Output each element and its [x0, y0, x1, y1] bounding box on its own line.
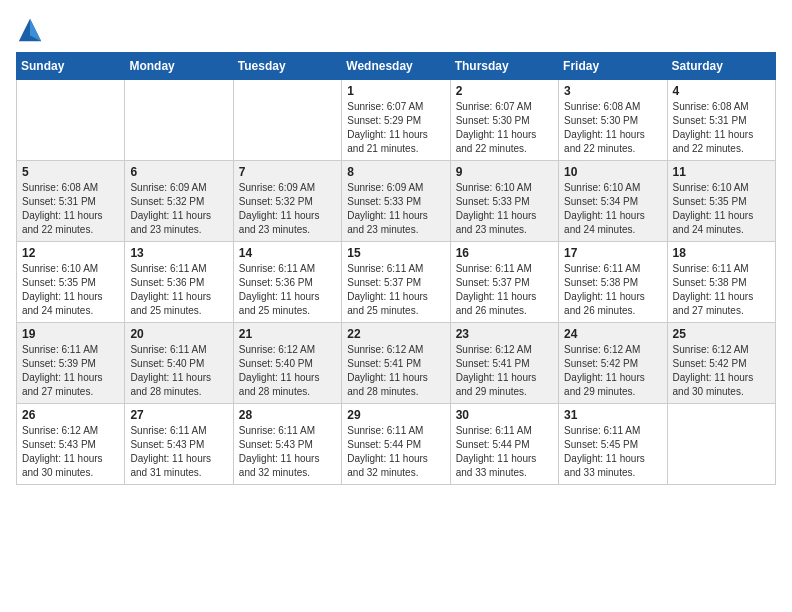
calendar-cell: 21 Sunrise: 6:12 AMSunset: 5:40 PMDaylig…	[233, 323, 341, 404]
day-number: 21	[239, 327, 336, 341]
cell-text: Sunrise: 6:08 AMSunset: 5:30 PMDaylight:…	[564, 101, 645, 154]
calendar-cell	[233, 80, 341, 161]
day-number: 17	[564, 246, 661, 260]
day-number: 28	[239, 408, 336, 422]
cell-text: Sunrise: 6:12 AMSunset: 5:43 PMDaylight:…	[22, 425, 103, 478]
cell-text: Sunrise: 6:12 AMSunset: 5:42 PMDaylight:…	[673, 344, 754, 397]
day-number: 31	[564, 408, 661, 422]
calendar-cell: 16 Sunrise: 6:11 AMSunset: 5:37 PMDaylig…	[450, 242, 558, 323]
calendar-cell: 25 Sunrise: 6:12 AMSunset: 5:42 PMDaylig…	[667, 323, 775, 404]
day-number: 20	[130, 327, 227, 341]
day-number: 14	[239, 246, 336, 260]
cell-text: Sunrise: 6:12 AMSunset: 5:41 PMDaylight:…	[347, 344, 428, 397]
calendar-cell: 26 Sunrise: 6:12 AMSunset: 5:43 PMDaylig…	[17, 404, 125, 485]
cell-text: Sunrise: 6:11 AMSunset: 5:36 PMDaylight:…	[130, 263, 211, 316]
cell-text: Sunrise: 6:12 AMSunset: 5:40 PMDaylight:…	[239, 344, 320, 397]
day-number: 13	[130, 246, 227, 260]
cell-text: Sunrise: 6:08 AMSunset: 5:31 PMDaylight:…	[673, 101, 754, 154]
calendar-cell	[667, 404, 775, 485]
day-number: 7	[239, 165, 336, 179]
calendar-cell: 17 Sunrise: 6:11 AMSunset: 5:38 PMDaylig…	[559, 242, 667, 323]
calendar-cell: 18 Sunrise: 6:11 AMSunset: 5:38 PMDaylig…	[667, 242, 775, 323]
day-number: 16	[456, 246, 553, 260]
day-number: 23	[456, 327, 553, 341]
calendar-cell: 6 Sunrise: 6:09 AMSunset: 5:32 PMDayligh…	[125, 161, 233, 242]
day-number: 18	[673, 246, 770, 260]
calendar-week-row: 1 Sunrise: 6:07 AMSunset: 5:29 PMDayligh…	[17, 80, 776, 161]
cell-text: Sunrise: 6:10 AMSunset: 5:35 PMDaylight:…	[22, 263, 103, 316]
day-header-monday: Monday	[125, 53, 233, 80]
calendar-cell: 29 Sunrise: 6:11 AMSunset: 5:44 PMDaylig…	[342, 404, 450, 485]
day-number: 12	[22, 246, 119, 260]
cell-text: Sunrise: 6:11 AMSunset: 5:44 PMDaylight:…	[347, 425, 428, 478]
calendar-cell: 13 Sunrise: 6:11 AMSunset: 5:36 PMDaylig…	[125, 242, 233, 323]
calendar-cell: 20 Sunrise: 6:11 AMSunset: 5:40 PMDaylig…	[125, 323, 233, 404]
day-number: 19	[22, 327, 119, 341]
calendar-cell: 12 Sunrise: 6:10 AMSunset: 5:35 PMDaylig…	[17, 242, 125, 323]
calendar-week-row: 12 Sunrise: 6:10 AMSunset: 5:35 PMDaylig…	[17, 242, 776, 323]
cell-text: Sunrise: 6:12 AMSunset: 5:41 PMDaylight:…	[456, 344, 537, 397]
calendar-cell: 2 Sunrise: 6:07 AMSunset: 5:30 PMDayligh…	[450, 80, 558, 161]
calendar-cell: 24 Sunrise: 6:12 AMSunset: 5:42 PMDaylig…	[559, 323, 667, 404]
day-number: 5	[22, 165, 119, 179]
cell-text: Sunrise: 6:11 AMSunset: 5:37 PMDaylight:…	[456, 263, 537, 316]
day-number: 1	[347, 84, 444, 98]
calendar-cell: 11 Sunrise: 6:10 AMSunset: 5:35 PMDaylig…	[667, 161, 775, 242]
calendar: SundayMondayTuesdayWednesdayThursdayFrid…	[16, 52, 776, 485]
calendar-cell: 31 Sunrise: 6:11 AMSunset: 5:45 PMDaylig…	[559, 404, 667, 485]
calendar-week-row: 26 Sunrise: 6:12 AMSunset: 5:43 PMDaylig…	[17, 404, 776, 485]
day-header-tuesday: Tuesday	[233, 53, 341, 80]
calendar-cell	[125, 80, 233, 161]
cell-text: Sunrise: 6:10 AMSunset: 5:35 PMDaylight:…	[673, 182, 754, 235]
calendar-week-row: 19 Sunrise: 6:11 AMSunset: 5:39 PMDaylig…	[17, 323, 776, 404]
day-number: 4	[673, 84, 770, 98]
cell-text: Sunrise: 6:11 AMSunset: 5:39 PMDaylight:…	[22, 344, 103, 397]
calendar-cell: 30 Sunrise: 6:11 AMSunset: 5:44 PMDaylig…	[450, 404, 558, 485]
cell-text: Sunrise: 6:09 AMSunset: 5:33 PMDaylight:…	[347, 182, 428, 235]
calendar-cell: 9 Sunrise: 6:10 AMSunset: 5:33 PMDayligh…	[450, 161, 558, 242]
calendar-week-row: 5 Sunrise: 6:08 AMSunset: 5:31 PMDayligh…	[17, 161, 776, 242]
calendar-cell: 15 Sunrise: 6:11 AMSunset: 5:37 PMDaylig…	[342, 242, 450, 323]
calendar-cell: 8 Sunrise: 6:09 AMSunset: 5:33 PMDayligh…	[342, 161, 450, 242]
cell-text: Sunrise: 6:11 AMSunset: 5:38 PMDaylight:…	[564, 263, 645, 316]
day-number: 26	[22, 408, 119, 422]
cell-text: Sunrise: 6:08 AMSunset: 5:31 PMDaylight:…	[22, 182, 103, 235]
day-header-friday: Friday	[559, 53, 667, 80]
calendar-cell: 14 Sunrise: 6:11 AMSunset: 5:36 PMDaylig…	[233, 242, 341, 323]
header	[16, 16, 776, 44]
cell-text: Sunrise: 6:11 AMSunset: 5:40 PMDaylight:…	[130, 344, 211, 397]
calendar-cell: 7 Sunrise: 6:09 AMSunset: 5:32 PMDayligh…	[233, 161, 341, 242]
calendar-cell: 3 Sunrise: 6:08 AMSunset: 5:30 PMDayligh…	[559, 80, 667, 161]
calendar-header-row: SundayMondayTuesdayWednesdayThursdayFrid…	[17, 53, 776, 80]
cell-text: Sunrise: 6:10 AMSunset: 5:33 PMDaylight:…	[456, 182, 537, 235]
cell-text: Sunrise: 6:11 AMSunset: 5:43 PMDaylight:…	[239, 425, 320, 478]
calendar-cell	[17, 80, 125, 161]
day-number: 22	[347, 327, 444, 341]
day-number: 10	[564, 165, 661, 179]
calendar-cell: 5 Sunrise: 6:08 AMSunset: 5:31 PMDayligh…	[17, 161, 125, 242]
calendar-cell: 4 Sunrise: 6:08 AMSunset: 5:31 PMDayligh…	[667, 80, 775, 161]
day-number: 6	[130, 165, 227, 179]
logo	[16, 16, 48, 44]
cell-text: Sunrise: 6:07 AMSunset: 5:30 PMDaylight:…	[456, 101, 537, 154]
cell-text: Sunrise: 6:09 AMSunset: 5:32 PMDaylight:…	[130, 182, 211, 235]
cell-text: Sunrise: 6:11 AMSunset: 5:43 PMDaylight:…	[130, 425, 211, 478]
calendar-cell: 23 Sunrise: 6:12 AMSunset: 5:41 PMDaylig…	[450, 323, 558, 404]
calendar-cell: 19 Sunrise: 6:11 AMSunset: 5:39 PMDaylig…	[17, 323, 125, 404]
logo-icon	[16, 16, 44, 44]
cell-text: Sunrise: 6:12 AMSunset: 5:42 PMDaylight:…	[564, 344, 645, 397]
cell-text: Sunrise: 6:10 AMSunset: 5:34 PMDaylight:…	[564, 182, 645, 235]
cell-text: Sunrise: 6:11 AMSunset: 5:45 PMDaylight:…	[564, 425, 645, 478]
day-number: 2	[456, 84, 553, 98]
calendar-cell: 28 Sunrise: 6:11 AMSunset: 5:43 PMDaylig…	[233, 404, 341, 485]
day-number: 30	[456, 408, 553, 422]
calendar-cell: 1 Sunrise: 6:07 AMSunset: 5:29 PMDayligh…	[342, 80, 450, 161]
cell-text: Sunrise: 6:11 AMSunset: 5:36 PMDaylight:…	[239, 263, 320, 316]
cell-text: Sunrise: 6:11 AMSunset: 5:38 PMDaylight:…	[673, 263, 754, 316]
day-number: 8	[347, 165, 444, 179]
cell-text: Sunrise: 6:11 AMSunset: 5:44 PMDaylight:…	[456, 425, 537, 478]
day-number: 11	[673, 165, 770, 179]
day-number: 15	[347, 246, 444, 260]
day-number: 9	[456, 165, 553, 179]
day-header-wednesday: Wednesday	[342, 53, 450, 80]
